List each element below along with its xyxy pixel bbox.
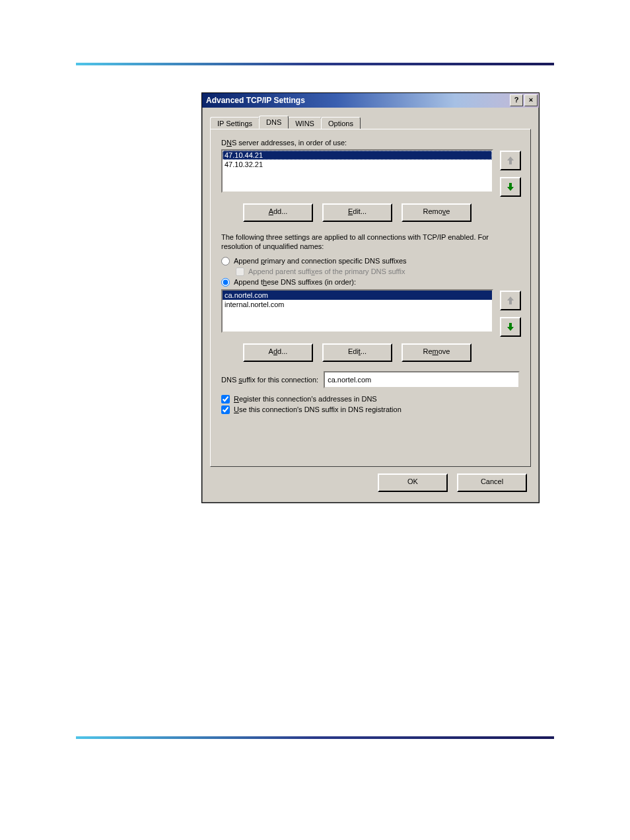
check-register-dns-input[interactable]: [221, 395, 230, 403]
dns-suffixes-reorder: [500, 289, 520, 337]
titlebar[interactable]: Advanced TCP/IP Settings ? ×: [202, 93, 539, 108]
dns-servers-buttons: Add... Edit... Remove: [221, 203, 520, 222]
tab-ip-settings[interactable]: IP Settings: [210, 117, 260, 129]
remove-server-button[interactable]: Remove: [402, 203, 472, 222]
window-title: Advanced TCP/IP Settings: [206, 96, 508, 105]
list-item[interactable]: 47.10.32.21: [223, 160, 492, 169]
move-up-button[interactable]: [500, 291, 521, 310]
check-append-parent-label: Append parent suffixes of the primary DN…: [248, 267, 405, 275]
check-use-suffix-dns-input[interactable]: [221, 405, 230, 414]
radio-append-these[interactable]: Append these DNS suffixes (in order):: [221, 278, 520, 287]
remove-suffix-button[interactable]: Remove: [402, 343, 472, 362]
move-down-button[interactable]: [500, 177, 521, 197]
tab-options[interactable]: Options: [321, 117, 361, 129]
dns-suffixes-buttons: Add... Edit... Remove: [221, 343, 520, 362]
list-item[interactable]: ca.nortel.com: [223, 291, 492, 300]
edit-suffix-button[interactable]: Edit...: [322, 343, 392, 362]
list-item[interactable]: internal.nortel.com: [223, 300, 492, 309]
radio-append-these-label: Append these DNS suffixes (in order):: [234, 278, 356, 286]
add-suffix-button[interactable]: Add...: [243, 343, 313, 362]
cancel-button[interactable]: Cancel: [457, 473, 527, 492]
dns-suffix-for-connection-input[interactable]: [324, 371, 520, 388]
dns-servers-label: DNS server addresses, in order of use:: [221, 139, 520, 147]
page-top-rule: [76, 63, 554, 65]
advanced-tcpip-settings-dialog: Advanced TCP/IP Settings ? × IP Settings…: [201, 92, 540, 503]
arrow-down-icon: [507, 182, 514, 192]
radio-append-primary-input[interactable]: [221, 257, 230, 265]
explain-text: The following three settings are applied…: [221, 232, 520, 252]
check-use-suffix-dns[interactable]: Use this connection's DNS suffix in DNS …: [221, 405, 520, 414]
tab-wins[interactable]: WINS: [288, 117, 322, 129]
dns-suffix-for-connection-row: DNS suffix for this connection:: [221, 371, 520, 388]
page-bottom-rule: [76, 736, 554, 739]
check-register-dns-label: Register this connection's addresses in …: [234, 395, 377, 403]
radio-append-these-input[interactable]: [221, 278, 230, 287]
dns-servers-listbox[interactable]: 47.10.44.21 47.10.32.21: [221, 149, 493, 193]
dialog-buttons: OK Cancel: [210, 467, 531, 495]
dialog-client: IP Settings DNS WINS Options DNS server …: [202, 108, 539, 503]
ok-button[interactable]: OK: [378, 473, 448, 492]
add-server-button[interactable]: Add...: [243, 203, 313, 222]
arrow-up-icon: [507, 296, 514, 305]
check-append-parent-input: [236, 267, 244, 276]
check-append-parent: Append parent suffixes of the primary DN…: [236, 267, 520, 276]
dns-suffix-for-connection-label: DNS suffix for this connection:: [221, 376, 318, 384]
tabstrip: IP Settings DNS WINS Options: [210, 114, 531, 129]
arrow-up-icon: [507, 156, 514, 165]
move-up-button[interactable]: [500, 151, 521, 170]
close-button[interactable]: ×: [524, 94, 538, 106]
help-button[interactable]: ?: [510, 94, 523, 106]
tabpage-dns: DNS server addresses, in order of use: 4…: [210, 129, 531, 467]
dns-suffixes-listbox[interactable]: ca.nortel.com internal.nortel.com: [221, 289, 493, 333]
radio-append-primary-label: Append primary and connection specific D…: [234, 257, 407, 265]
radio-append-primary[interactable]: Append primary and connection specific D…: [221, 257, 520, 265]
list-item[interactable]: 47.10.44.21: [223, 151, 492, 160]
move-down-button[interactable]: [500, 317, 521, 337]
tab-dns[interactable]: DNS: [259, 116, 289, 129]
dns-servers-reorder: [500, 149, 520, 197]
arrow-down-icon: [507, 322, 514, 332]
check-register-dns[interactable]: Register this connection's addresses in …: [221, 395, 520, 403]
edit-server-button[interactable]: Edit...: [322, 203, 392, 222]
check-use-suffix-dns-label: Use this connection's DNS suffix in DNS …: [234, 405, 402, 413]
